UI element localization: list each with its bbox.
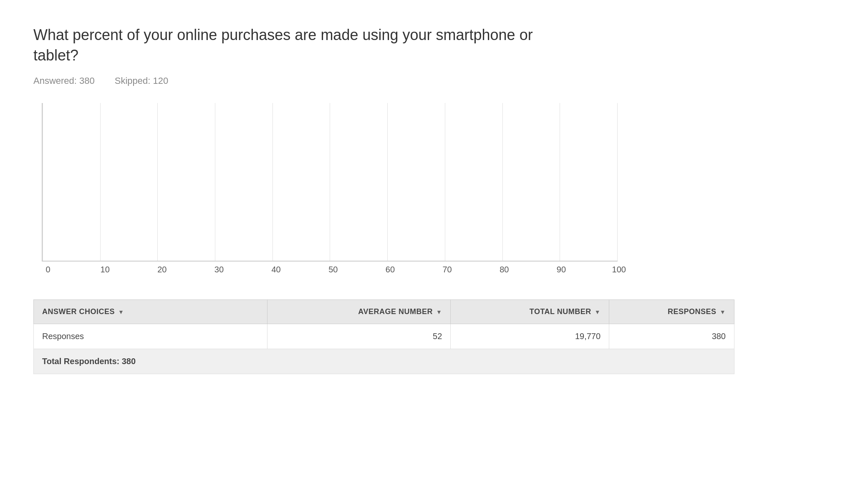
col-header-responses[interactable]: RESPONSES ▼ <box>609 300 734 324</box>
grid-line-20 <box>157 103 158 261</box>
question-title: What percent of your online purchases ar… <box>33 25 576 65</box>
x-label-80: 80 <box>498 265 510 274</box>
total-number-dropdown-icon: ▼ <box>595 309 601 315</box>
col-header-total-number[interactable]: TOTAL NUMBER ▼ <box>451 300 609 324</box>
stats-row: Answered: 380 Skipped: 120 <box>33 75 835 86</box>
x-axis-labels: 0 10 20 30 40 50 60 70 80 90 100 <box>42 265 626 274</box>
x-label-10: 10 <box>99 265 111 274</box>
total-respondents-cell: Total Respondents: 380 <box>34 349 734 374</box>
average-number-dropdown-icon: ▼ <box>436 309 442 315</box>
answer-cell: Responses <box>34 324 267 349</box>
x-label-30: 30 <box>213 265 225 274</box>
chart-area: 0 10 20 30 40 50 60 70 80 90 100 <box>33 103 618 274</box>
grid-line-10 <box>100 103 101 261</box>
grid-line-80 <box>502 103 503 261</box>
x-label-50: 50 <box>327 265 339 274</box>
x-label-40: 40 <box>270 265 283 274</box>
grid-line-0 <box>43 103 43 261</box>
chart-container <box>42 103 618 262</box>
x-label-20: 20 <box>156 265 168 274</box>
x-label-60: 60 <box>384 265 396 274</box>
chart-grid <box>43 103 618 261</box>
grid-line-70 <box>445 103 445 261</box>
grid-line-90 <box>560 103 560 261</box>
data-table: ANSWER CHOICES ▼ AVERAGE NUMBER ▼ TOTAL … <box>33 299 734 374</box>
grid-line-50 <box>330 103 330 261</box>
total-row: Total Respondents: 380 <box>34 349 734 374</box>
grid-line-100 <box>617 103 618 261</box>
col-header-answer-choices[interactable]: ANSWER CHOICES ▼ <box>34 300 267 324</box>
skipped-stat: Skipped: 120 <box>115 75 168 86</box>
x-label-90: 90 <box>555 265 568 274</box>
table-body: Responses 52 19,770 380 Total Respondent… <box>34 324 734 374</box>
table-header: ANSWER CHOICES ▼ AVERAGE NUMBER ▼ TOTAL … <box>34 300 734 324</box>
table-header-row: ANSWER CHOICES ▼ AVERAGE NUMBER ▼ TOTAL … <box>34 300 734 324</box>
table-row: Responses 52 19,770 380 <box>34 324 734 349</box>
x-label-100: 100 <box>612 265 626 274</box>
grid-line-30 <box>215 103 215 261</box>
col-header-average-number[interactable]: AVERAGE NUMBER ▼ <box>267 300 451 324</box>
answer-choices-dropdown-icon: ▼ <box>118 309 124 315</box>
grid-line-40 <box>273 103 273 261</box>
grid-line-60 <box>387 103 388 261</box>
x-label-0: 0 <box>42 265 54 274</box>
responses-dropdown-icon: ▼ <box>720 309 726 315</box>
average-cell: 52 <box>267 324 451 349</box>
total-cell: 19,770 <box>451 324 609 349</box>
responses-count-cell: 380 <box>609 324 734 349</box>
x-label-70: 70 <box>441 265 454 274</box>
answered-stat: Answered: 380 <box>33 75 95 86</box>
